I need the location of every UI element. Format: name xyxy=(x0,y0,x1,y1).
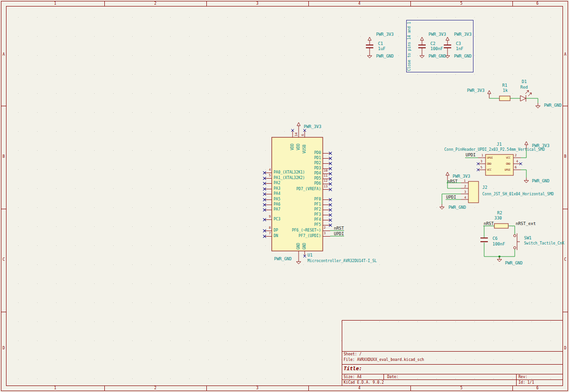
pwr-gnd-label[interactable]: PWR_GND xyxy=(428,54,446,58)
r1-ref[interactable]: R1 xyxy=(502,84,507,88)
pin-number: 6 xyxy=(515,166,517,169)
net-label-nrst[interactable]: nRST xyxy=(448,180,458,184)
r2-ref[interactable]: R2 xyxy=(497,211,502,215)
frame-col-label: 4 xyxy=(358,2,361,6)
pin-number: 10 xyxy=(324,169,327,173)
pwr-3v3-label[interactable]: PWR_3V3 xyxy=(428,32,446,37)
pin-name: PC3 xyxy=(274,218,280,221)
pin-number: 1 xyxy=(481,154,483,157)
pwr-3v3-label[interactable]: PWR_3V3 xyxy=(467,89,485,93)
pin-name: PA6 xyxy=(274,203,280,206)
title-block-date[interactable]: Date: xyxy=(387,375,398,379)
note-text[interactable]: Close to pins 14 and 1 xyxy=(408,22,411,71)
net-label-updi[interactable]: UPDI xyxy=(446,195,456,199)
title-block-size[interactable]: Size: A4 xyxy=(344,375,362,379)
led-d1-symbol[interactable] xyxy=(520,96,526,101)
pwr-3v3-symbol[interactable] xyxy=(446,37,449,45)
pwr-gnd-label[interactable]: PWR_GND xyxy=(532,179,550,183)
frame-row-label: B xyxy=(564,155,567,159)
pwr-3v3-label[interactable]: PWR_3V3 xyxy=(453,174,470,179)
d1-value[interactable]: Red xyxy=(520,85,528,90)
pwr-3v3-symbol[interactable] xyxy=(368,37,371,45)
pin-name: GND xyxy=(297,243,300,250)
d1-ref[interactable]: D1 xyxy=(522,80,527,84)
capacitor-plates[interactable] xyxy=(366,45,488,242)
pin-name: PA0_(XTAL32K1) xyxy=(274,171,305,174)
pwr-gnd-symbol[interactable] xyxy=(367,53,372,58)
pwr-gnd-symbol[interactable] xyxy=(420,53,424,58)
pwr-gnd-symbol[interactable] xyxy=(497,257,502,262)
pin-name: PF3 xyxy=(314,213,321,217)
no-connect-icon xyxy=(329,167,332,170)
mcu-ref[interactable]: U1 xyxy=(307,253,313,257)
r2-value[interactable]: 330 xyxy=(494,216,502,220)
resistor-r1-body[interactable] xyxy=(499,96,510,101)
c1-value[interactable]: 1uF xyxy=(378,47,385,51)
frame-col-label: 1 xyxy=(54,2,57,6)
j1-value[interactable]: Conn_PinHeader_UPDI_2x03_P2.54mm_Vertica… xyxy=(444,148,545,152)
pwr-3v3-label[interactable]: PWR_3V3 xyxy=(532,144,550,148)
pin-name: PD0 xyxy=(314,151,321,155)
net-label-nrst[interactable]: nRST xyxy=(484,222,494,226)
c3-value[interactable]: 1nF xyxy=(456,47,463,51)
mcu-value[interactable]: Microcontroller_AVR32DU14T-I_SL xyxy=(307,259,377,263)
pwr-gnd-label[interactable]: PWR_GND xyxy=(448,206,466,210)
title-block-rev[interactable]: Rev: xyxy=(518,375,527,379)
r1-value[interactable]: 1k xyxy=(503,89,508,93)
wires[interactable] xyxy=(330,98,538,257)
net-label-updi[interactable]: UPDI xyxy=(334,232,344,236)
resistor-r2-body[interactable] xyxy=(494,224,508,228)
no-connect-icon xyxy=(329,224,332,227)
pwr-gnd-label[interactable]: PWR_GND xyxy=(454,54,472,58)
c2-ref[interactable]: C2 xyxy=(430,42,435,46)
pin-number: 11 xyxy=(324,174,327,178)
pwr-gnd-label[interactable]: PWR_GND xyxy=(505,261,523,265)
sw1-ref[interactable]: SW1 xyxy=(524,236,531,240)
j2-body[interactable] xyxy=(468,181,479,203)
pwr-3v3-symbol[interactable] xyxy=(297,122,300,130)
no-connect-icon xyxy=(329,203,332,206)
title-block-title[interactable]: Title: xyxy=(344,366,362,371)
frame-col-label: 6 xyxy=(537,386,539,390)
pwr-gnd-symbol[interactable] xyxy=(440,204,444,209)
pin-name: PA5 xyxy=(274,198,280,201)
c1-ref[interactable]: C1 xyxy=(378,42,383,46)
pin-name: PF0 xyxy=(314,198,321,201)
pwr-3v3-label[interactable]: PWR_3V3 xyxy=(454,32,472,37)
schematic-canvas[interactable]: 1 2 3 4 5 6 1 2 3 4 5 6 A B C D A B C D … xyxy=(0,0,569,392)
j2-value[interactable]: Conn_JST_SH_01x04_Horizontal_SMD xyxy=(482,193,554,196)
pwr-gnd-label[interactable]: PWR_GND xyxy=(376,54,394,58)
pwr-3v3-label[interactable]: PWR_3V3 xyxy=(376,32,394,37)
c6-ref[interactable]: C6 xyxy=(492,237,498,241)
pin-name: PF4 xyxy=(314,218,321,222)
sw1-value[interactable]: Switch_Tactile_CnK xyxy=(524,242,564,245)
title-block-sheet[interactable]: Sheet: / xyxy=(344,353,362,356)
j1-ref[interactable]: J1 xyxy=(497,142,502,147)
pwr-gnd-label[interactable]: PWR_GND xyxy=(274,257,292,261)
pwr-3v3-label[interactable]: PWR_3V3 xyxy=(304,125,321,129)
pwr-gnd-symbol[interactable] xyxy=(296,259,301,264)
c3-ref[interactable]: C3 xyxy=(456,42,461,46)
switch-contact[interactable] xyxy=(514,235,516,237)
title-block-id: Id: 1/1 xyxy=(518,381,534,385)
frame-row-label: C xyxy=(564,258,567,262)
net-label-updi[interactable]: UPDI xyxy=(466,153,476,157)
switch-contact[interactable] xyxy=(514,247,516,249)
pin-number: 6 xyxy=(301,134,305,136)
c2-value[interactable]: 100nF xyxy=(430,47,443,51)
no-connect-icon xyxy=(329,182,332,186)
pwr-gnd-symbol[interactable] xyxy=(524,178,529,183)
pwr-3v3-symbol[interactable] xyxy=(488,90,491,98)
pin-name: GND xyxy=(506,162,510,165)
title-block-file[interactable]: File: AVRXXDUXX_eval_board.kicad_sch xyxy=(344,358,424,362)
frame-row-label: A xyxy=(3,53,5,57)
c6-value[interactable]: 100nF xyxy=(492,242,505,246)
net-label-nrst[interactable]: nRST xyxy=(334,226,344,231)
pwr-3v3-symbol[interactable] xyxy=(421,37,424,45)
frame-row-label: D xyxy=(3,347,5,350)
pin-name: PF2 xyxy=(314,208,321,212)
pwr-gnd-symbol[interactable] xyxy=(536,103,540,108)
pwr-gnd-label[interactable]: PWR_GND xyxy=(544,103,562,108)
net-label-nrst-ext[interactable]: nRST_ext xyxy=(516,222,536,226)
j2-ref[interactable]: J2 xyxy=(482,186,487,190)
